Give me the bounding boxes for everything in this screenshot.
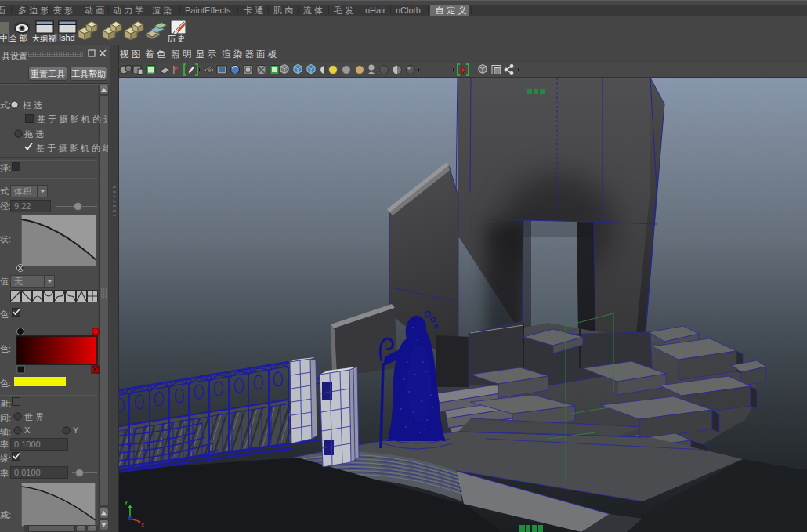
svg-text:x: x xyxy=(141,521,144,528)
svg-text:y: y xyxy=(125,498,128,505)
svg-text:全部: 全部 xyxy=(9,34,29,42)
svg-text:历史: 历史 xyxy=(168,34,187,43)
svg-text:中|: 中| xyxy=(0,34,10,42)
svg-text:Hshd: Hshd xyxy=(55,33,75,42)
svg-text:大纲视: 大纲视 xyxy=(32,34,56,43)
